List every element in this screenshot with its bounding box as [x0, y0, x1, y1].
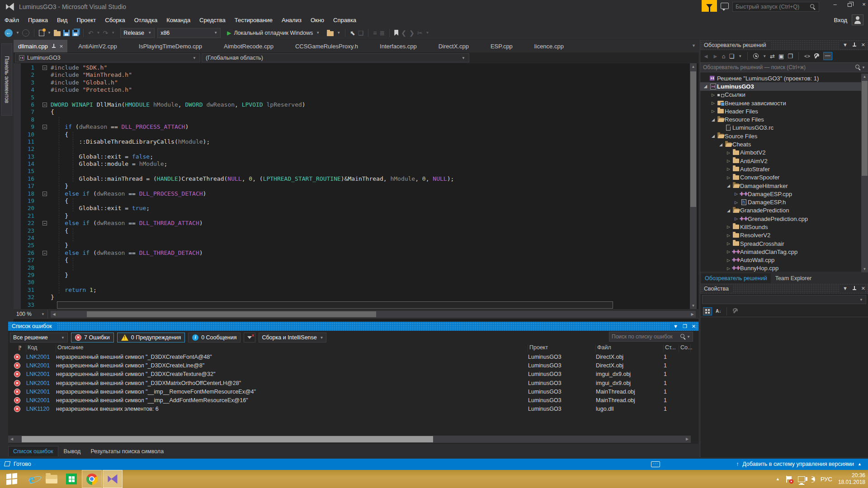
close-button[interactable]: × — [857, 0, 868, 10]
close-panel-icon[interactable]: ✕ — [692, 324, 696, 329]
tree-item-GrenadePrediction.cpp[interactable]: ▷✚✚GrenadePrediction.cpp — [700, 215, 868, 223]
code-line-25[interactable]: 25 } — [14, 242, 692, 249]
close-panel-icon[interactable]: ✕ — [861, 42, 865, 48]
solution-explorer-title-bar[interactable]: Обозреватель решений ▼ ✕ — [700, 40, 868, 50]
tree-item-DamageHitmarker[interactable]: ◢DamageHitmarker — [700, 182, 868, 190]
tree-item-AntiAimV2[interactable]: ▷AntiAimV2 — [700, 157, 868, 165]
document-tab-AimbotRecode.cpp[interactable]: AimbotRecode.cpp — [213, 40, 284, 52]
menu-item-4[interactable]: Сборка — [100, 15, 130, 25]
code-line-26[interactable]: 26− else if (dwReason == DLL_THREAD_DETA… — [14, 249, 692, 257]
tree-item-LuminusGO3.rc[interactable]: LuminusGO3.rc — [700, 124, 868, 132]
code-line-15[interactable]: 15 — [14, 168, 692, 175]
scroll-left-icon[interactable]: ◀ — [51, 311, 57, 318]
increase-indent-button[interactable]: ≣ — [380, 29, 385, 37]
close-panel-icon[interactable]: ✕ — [861, 286, 865, 292]
window-position-dropdown-icon[interactable]: ▼ — [673, 324, 678, 329]
tab-overflow-dropdown-icon[interactable]: ▼ — [692, 43, 696, 48]
fold-collapse-icon[interactable]: − — [42, 221, 47, 225]
show-hidden-icons-button[interactable]: ▲ — [776, 477, 780, 481]
scroll-right-icon[interactable]: ▶ — [689, 311, 696, 318]
scroll-right-icon[interactable]: ▶ — [684, 436, 691, 443]
categorized-view-button[interactable] — [703, 307, 712, 315]
fold-collapse-icon[interactable]: − — [42, 66, 47, 70]
taskbar-file-explorer-button[interactable] — [42, 470, 61, 488]
user-avatar[interactable] — [852, 14, 863, 25]
chevron-collapsed-icon[interactable]: ▷ — [725, 258, 732, 263]
scroll-down-icon[interactable]: ▼ — [690, 302, 697, 309]
code-line-8[interactable]: 8 — [14, 116, 692, 123]
severity-column-header[interactable]: ⁋ — [8, 344, 26, 352]
find-in-files-button[interactable] — [327, 31, 334, 36]
pin-panel-icon[interactable] — [852, 42, 857, 48]
show-all-files-button[interactable]: ❐ — [788, 53, 793, 60]
copy-reference-button[interactable]: ❏ — [358, 29, 364, 37]
code-line-3[interactable]: 3#include "Global.h" — [14, 79, 692, 86]
menu-item-10[interactable]: Окно — [306, 15, 329, 25]
undo-dropdown-icon[interactable]: ▼ — [97, 31, 100, 35]
errors-filter-button[interactable]: ✕ 7 Ошибки — [71, 333, 114, 343]
code-line-31[interactable]: 31 return 1; — [14, 286, 692, 294]
start-debug-label[interactable]: Локальный отладчик Windows — [234, 30, 313, 36]
bottom-tab-2[interactable]: Результаты поиска символа — [86, 446, 168, 456]
chevron-expanded-icon[interactable]: ◢ — [717, 142, 724, 147]
filter-button[interactable] — [244, 333, 255, 343]
chevron-collapsed-icon[interactable]: ▷ — [725, 159, 732, 163]
network-icon[interactable] — [798, 476, 805, 482]
code-line-14[interactable]: 14 Global::module = hModule; — [14, 160, 692, 168]
chevron-expanded-icon[interactable]: ◢ — [710, 134, 717, 138]
tree-item-Ссылки[interactable]: ▷Ссылки — [700, 91, 868, 99]
tree-item-AutoWall.cpp[interactable]: ▷✚✚AutoWall.cpp — [700, 256, 868, 264]
document-tab-AntiAimV2.cpp[interactable]: AntiAimV2.cpp — [67, 40, 127, 52]
pin-panel-icon[interactable] — [852, 286, 857, 292]
code-line-21[interactable]: 21 } — [14, 212, 692, 220]
tree-item-DamageESP.cpp[interactable]: ▷✚✚DamageESP.cpp — [700, 190, 868, 198]
error-row-6[interactable]: ✕LNK1120неразрешенных внешних элементов:… — [8, 405, 691, 413]
document-tab-DirectX.cpp[interactable]: DirectX.cpp — [428, 40, 480, 52]
chevron-collapsed-icon[interactable]: ▷ — [725, 249, 732, 254]
warnings-filter-button[interactable]: 0 Предупреждения — [117, 333, 185, 343]
undo-button[interactable]: ↶ — [88, 29, 94, 37]
col-code[interactable]: Код — [26, 344, 56, 352]
chevron-collapsed-icon[interactable]: ▷ — [710, 109, 717, 113]
tree-item-ResolverV2[interactable]: ▷ResolverV2 — [700, 231, 868, 239]
chevron-collapsed-icon[interactable]: ▷ — [733, 216, 740, 221]
close-tab-icon[interactable]: × — [60, 43, 63, 50]
save-button[interactable] — [63, 30, 70, 36]
navigate-forward-button[interactable]: → — [22, 29, 29, 37]
menu-item-7[interactable]: Средства — [195, 15, 230, 25]
document-tab-licence.cpp[interactable]: licence.cpp — [524, 40, 575, 52]
tree-item-Header Files[interactable]: ▷Header Files — [700, 107, 868, 115]
menu-item-1[interactable]: Правка — [24, 15, 52, 25]
code-line-13[interactable]: 13 Global::exit = false; — [14, 153, 692, 160]
document-tab-CCSGameRulesProxy.h[interactable]: CCSGameRulesProxy.h — [284, 40, 369, 52]
tree-item-BunnyHop.cpp[interactable]: ▷✚✚BunnyHop.cpp — [700, 264, 868, 272]
taskbar-start-button[interactable] — [2, 470, 22, 488]
navbar-scope-combobox[interactable]: (Глобальная область)▼ — [202, 53, 469, 62]
navigate-back-dropdown-icon[interactable]: ▼ — [16, 31, 19, 35]
taskbar-windows-store-button[interactable] — [61, 470, 81, 488]
taskbar-internet-explorer-button[interactable]: e — [22, 470, 42, 488]
document-tab-Interfaces.cpp[interactable]: Interfaces.cpp — [369, 40, 428, 52]
solution-explorer-search[interactable]: Обозреватель решений — поиск (Ctrl+ж) ▼ — [700, 62, 868, 72]
decrease-indent-button[interactable]: ≡ — [373, 29, 377, 37]
code-line-19[interactable]: 19 { — [14, 197, 692, 205]
code-line-6[interactable]: 6−DWORD WINAPI DllMain(HMODULE hModule, … — [14, 101, 692, 108]
menu-item-0[interactable]: Файл — [0, 15, 24, 25]
window-position-dropdown-icon[interactable]: ▼ — [843, 286, 848, 292]
properties-object-combobox[interactable]: ▼ — [702, 295, 866, 304]
tree-item-DamageESP.h[interactable]: ▷hDamageESP.h — [700, 198, 868, 206]
preview-selected-items-button[interactable]: — — [823, 52, 832, 60]
collapse-all-button[interactable]: ▣ — [778, 53, 784, 60]
taskbar-visual-studio-button[interactable] — [103, 470, 123, 488]
redo-dropdown-icon[interactable]: ▼ — [111, 31, 115, 35]
scrollbar-thumb[interactable] — [690, 71, 696, 207]
navigate-back-button[interactable]: ← — [5, 29, 13, 37]
scrollbar-thumb[interactable] — [22, 436, 433, 442]
menu-item-2[interactable]: Вид — [52, 15, 72, 25]
find-dropdown-icon[interactable]: ▼ — [337, 31, 340, 35]
col-line[interactable]: Ст... — [664, 344, 679, 352]
redo-button[interactable]: ↷ — [103, 29, 108, 37]
code-line-11[interactable]: 11 ::DisableThreadLibraryCalls(hModule); — [14, 138, 692, 145]
platform-combobox[interactable]: x86▼ — [157, 28, 221, 38]
chevron-collapsed-icon[interactable]: ▷ — [733, 200, 740, 205]
